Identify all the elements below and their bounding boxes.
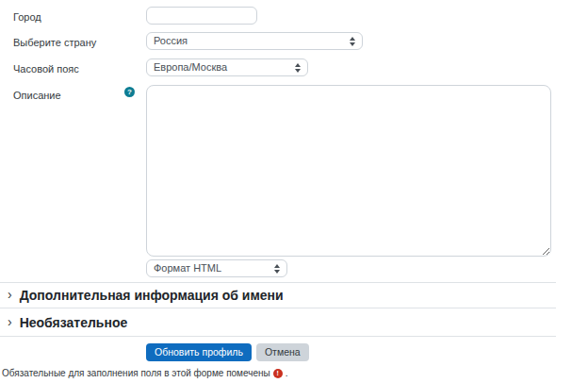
- form-actions: Обновить профиль Отмена: [146, 343, 309, 361]
- select-updown-icon: [274, 264, 280, 274]
- select-updown-icon: [350, 37, 355, 46]
- required-fields-note: Обязательные для заполнения поля в этой …: [2, 368, 287, 378]
- profile-edit-form: Город Выберите страну Россия Часовой поя…: [0, 0, 588, 383]
- divider: [0, 282, 556, 283]
- help-icon[interactable]: ?: [124, 87, 135, 97]
- divider: [0, 308, 556, 308]
- select-updown-icon: [295, 63, 301, 73]
- cancel-button[interactable]: Отмена: [256, 343, 309, 361]
- chevron-right-icon: ›: [8, 315, 12, 328]
- divider: [0, 336, 556, 337]
- timezone-label: Часовой пояс: [13, 63, 79, 75]
- section-title: Необязательное: [20, 315, 128, 330]
- update-profile-button[interactable]: Обновить профиль: [146, 343, 252, 361]
- description-textarea[interactable]: [146, 85, 551, 257]
- city-input[interactable]: [146, 7, 257, 25]
- country-label: Выберите страну: [13, 37, 96, 48]
- timezone-selected-value: Европа/Москва: [154, 59, 227, 75]
- description-label: Описание: [13, 90, 61, 101]
- city-label: Город: [13, 11, 41, 23]
- required-note-text: Обязательные для заполнения поля в этой …: [2, 368, 270, 378]
- format-select[interactable]: Формат HTML: [146, 259, 287, 277]
- country-selected-value: Россия: [154, 33, 188, 49]
- country-select[interactable]: Россия: [146, 32, 363, 50]
- chevron-right-icon: ›: [8, 288, 12, 301]
- section-title: Дополнительная информация об имени: [20, 288, 284, 303]
- section-additional-name-info[interactable]: › Дополнительная информация об имени: [8, 286, 556, 305]
- timezone-select[interactable]: Европа/Москва: [146, 58, 308, 76]
- section-optional[interactable]: › Необязательное: [8, 313, 556, 332]
- required-icon: !: [273, 369, 283, 378]
- required-note-suffix: .: [286, 368, 288, 378]
- format-selected-value: Формат HTML: [154, 260, 221, 276]
